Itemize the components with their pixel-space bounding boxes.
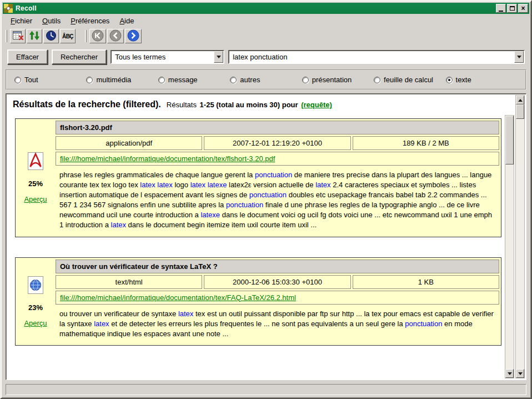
search-term-highlight: ponctuation: [255, 171, 292, 179]
radio-icon: [86, 77, 93, 83]
search-term-highlight: latex latexe: [190, 181, 227, 189]
result-mime: text/html: [56, 275, 202, 289]
scroll-down-button[interactable]: [516, 369, 524, 378]
abstract-text: latex2ε version actuelle de: [227, 181, 315, 189]
query-input[interactable]: latex ponctuation: [228, 50, 525, 64]
menu-aide[interactable]: Aide: [115, 15, 138, 27]
clear-search-button[interactable]: [10, 29, 26, 43]
toolbar-grip[interactable]: [85, 30, 87, 42]
filter-tout[interactable]: Tout: [14, 76, 86, 84]
chevron-down-icon[interactable]: [214, 51, 223, 63]
search-term-highlight: ponctuation: [249, 191, 287, 199]
filter-presentation[interactable]: présentation: [302, 76, 374, 84]
filter-multimedia[interactable]: multimédia: [86, 76, 158, 84]
result-item: 23%AperçuOù trouver un vérificateur de s…: [15, 257, 501, 346]
filter-label-multimedia: multimédia: [96, 76, 131, 84]
filter-label-autres: autres: [240, 76, 260, 84]
sort-parameters-icon: [28, 29, 41, 43]
scroll-up-button[interactable]: [516, 96, 524, 104]
search-term-highlight: latex: [94, 320, 109, 328]
next-page-button[interactable]: [125, 29, 142, 43]
titlebar[interactable]: Recoll ×: [3, 3, 529, 14]
minimize-button[interactable]: [496, 4, 506, 13]
abstract-text: et de detecter les erreurs les plus freq…: [109, 320, 405, 328]
term-explorer-icon: ÂBÇ: [62, 33, 73, 39]
preview-link[interactable]: Aperçu: [24, 319, 47, 327]
search-button[interactable]: Rechercher: [52, 49, 107, 64]
toolbar-group-1: ÂBÇ: [10, 29, 76, 43]
results-list: Résultats de la recherche (filtered). Ré…: [7, 95, 504, 378]
arrow-up-icon: [518, 97, 523, 102]
toolbar: ÂBÇ: [3, 27, 529, 45]
results-scrollbar-outer[interactable]: [515, 95, 525, 378]
abstract-text: ou trouver un verificateur de syntaxe: [59, 310, 178, 318]
scrollbar-thumb[interactable]: [516, 104, 524, 119]
search-mode-select[interactable]: Tous les termes: [111, 50, 224, 64]
search-term-highlight: ponctuation: [405, 320, 442, 328]
minimize-icon: [499, 11, 503, 12]
filter-label-feuille-de-calcul: feuille de calcul: [384, 76, 433, 84]
pdf-file-icon[interactable]: [27, 152, 44, 172]
maximize-button[interactable]: [507, 4, 517, 13]
menu-outils[interactable]: Outils: [38, 15, 65, 27]
recoll-app-icon: [4, 4, 13, 13]
menu-preferences[interactable]: Préférences: [66, 15, 114, 27]
relevance-percent: 25%: [28, 179, 43, 188]
previous-page-icon: [109, 29, 122, 44]
results-title: Résultats de la recherche (filtered).: [13, 99, 161, 109]
close-icon: ×: [521, 5, 525, 12]
result-abstract: phrase les regles grammaticales de chaqu…: [56, 167, 499, 235]
query-link[interactable]: (requête): [301, 101, 332, 109]
arrow-down-icon: [508, 372, 512, 377]
scrollbar-track[interactable]: [516, 104, 524, 369]
result-url-link[interactable]: file:///home/michael/informatique/docume…: [60, 154, 275, 163]
results-scrollbar-inner[interactable]: [505, 115, 514, 378]
query-history-icon: [45, 29, 57, 43]
radio-icon: [302, 77, 309, 83]
arrow-down-icon: [518, 372, 523, 377]
result-url-link[interactable]: file:///home/michael/informatique/docume…: [60, 293, 296, 302]
previous-page-button[interactable]: [107, 29, 124, 43]
next-page-icon: [127, 29, 140, 44]
filter-autres[interactable]: autres: [230, 76, 302, 84]
result-date: 2000-12-06 15:03:30 +0100: [204, 275, 350, 289]
scroll-down-button[interactable]: [505, 369, 514, 378]
result-date: 2007-12-01 12:19:20 +0100: [204, 136, 350, 150]
results-heading: Résultats de la recherche (filtered). Ré…: [13, 99, 503, 109]
result-item: 25%Aperçuflshort-3.20.pdfapplication/pdf…: [15, 118, 501, 237]
filter-message[interactable]: message: [158, 76, 230, 84]
preview-link[interactable]: Aperçu: [24, 195, 47, 203]
html-file-icon[interactable]: [27, 276, 44, 296]
radio-icon: [446, 77, 453, 83]
term-explorer-button[interactable]: ÂBÇ: [60, 29, 76, 43]
results-summary: Résultats 1-25 (total au moins 30) pour …: [167, 101, 332, 109]
query-value: latex ponctuation: [233, 53, 514, 61]
result-size: 1 KB: [353, 275, 499, 289]
toolbar-grip[interactable]: [6, 30, 7, 42]
close-button[interactable]: ×: [518, 4, 528, 13]
result-size: 189 KB / 2 MB: [353, 136, 499, 150]
result-abstract: ou trouver un verificateur de syntaxe la…: [56, 306, 499, 344]
filter-texte[interactable]: texte: [446, 76, 518, 84]
menu-fichier[interactable]: Fichier: [6, 15, 37, 27]
chevron-down-icon[interactable]: [514, 51, 524, 63]
results-summary-prefix: Résultats: [167, 101, 197, 109]
search-bar: Effacer Rechercher Tous les termes latex…: [7, 49, 525, 64]
window-title: Recoll: [16, 4, 496, 12]
sort-parameters-button[interactable]: [27, 29, 42, 43]
radio-icon: [14, 77, 21, 83]
scrollbar-thumb[interactable]: [505, 116, 514, 164]
abstract-text: phrase les regles grammaticales de chaqu…: [59, 171, 255, 179]
scrollbar-track[interactable]: [505, 116, 514, 369]
result-url-row: file:///home/michael/informatique/docume…: [56, 291, 499, 305]
filter-bar: Toutmultimédiamessageautresprésentationf…: [6, 69, 526, 90]
query-history-button[interactable]: [43, 29, 59, 43]
result-main: Où trouver un vérificateur de syntaxe La…: [56, 260, 499, 344]
first-page-button[interactable]: [89, 29, 106, 43]
abstract-text: logo: [173, 181, 190, 189]
abstract-text: dans le document begin itemize item uxil…: [126, 221, 317, 229]
filter-feuille-de-calcul[interactable]: feuille de calcul: [374, 76, 445, 84]
clear-button[interactable]: Effacer: [7, 49, 48, 64]
search-term-highlight: latex: [178, 310, 193, 318]
results-range: 1-25 (total au moins 30) pour: [200, 101, 298, 109]
